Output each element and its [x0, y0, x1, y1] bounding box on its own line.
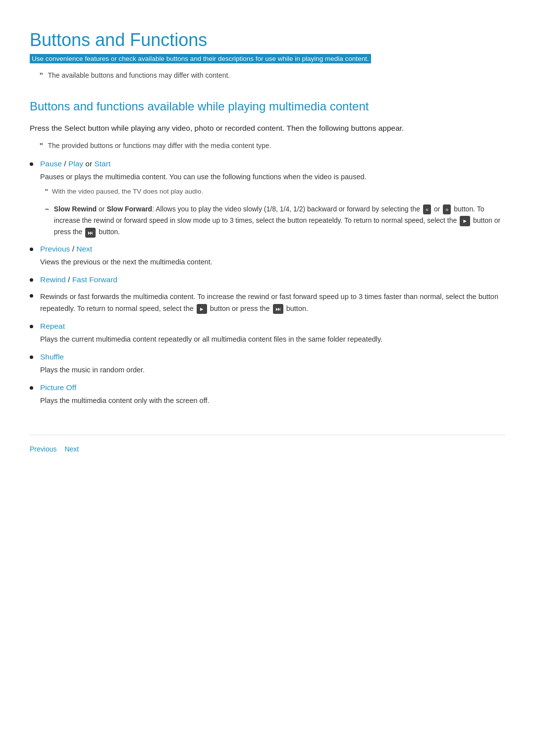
- previous-link[interactable]: Previous: [40, 245, 70, 253]
- next-link[interactable]: Next: [76, 245, 92, 253]
- page-title: Buttons and Functions: [30, 30, 505, 50]
- pause-desc: Pauses or plays the multimedia content. …: [40, 171, 505, 183]
- shuffle-link[interactable]: Shuffle: [40, 353, 64, 361]
- play-icon-2: ►: [197, 304, 207, 314]
- list-item-rewind-desc: Rewinds or fast forwards the multimedia …: [30, 291, 505, 318]
- play-icon: ►: [460, 216, 470, 226]
- picture-off-desc: Plays the multimedia content only with t…: [40, 395, 505, 407]
- slow-rewind-item: – Slow Rewind or Slow Forward: Allows yo…: [45, 203, 505, 238]
- next-button[interactable]: Next: [64, 443, 79, 455]
- list-item-picture-off: Picture Off Plays the multimedia content…: [30, 383, 505, 410]
- item-label-shuffle: Shuffle: [40, 353, 505, 361]
- fast-forward-icon: »: [443, 204, 451, 214]
- list-item-shuffle: Shuffle Plays the music in random order.: [30, 353, 505, 379]
- list-item-repeat: Repeat Plays the current multimedia cont…: [30, 322, 505, 349]
- item-label-rewind: Rewind / Fast Forward: [40, 275, 505, 284]
- pause-sub-note: " With the video paused, the TV does not…: [45, 186, 505, 199]
- rewind-desc: Rewinds or fast forwards the multimedia …: [40, 291, 505, 315]
- previous-button[interactable]: Previous: [30, 443, 56, 455]
- shuffle-desc: Plays the music in random order.: [40, 364, 505, 376]
- list-item-previous-next: Previous / Next Views the previous or th…: [30, 245, 505, 271]
- bullet-dot: [30, 162, 33, 166]
- repeat-desc: Plays the current multimedia content rep…: [40, 334, 505, 346]
- bullet-dot: [30, 386, 33, 390]
- pause-link[interactable]: Pause: [40, 159, 62, 168]
- bullet-dot: [30, 248, 33, 251]
- section-note: " The provided buttons or functions may …: [40, 142, 505, 152]
- play-link[interactable]: Play: [68, 159, 83, 168]
- bullet-dot: [30, 278, 33, 282]
- subtitle: Use convenience features or check availa…: [30, 53, 505, 64]
- previous-next-desc: Views the previous or the next the multi…: [40, 256, 505, 268]
- fastforward-link[interactable]: Fast Forward: [72, 275, 117, 284]
- start-link[interactable]: Start: [94, 159, 110, 168]
- nav-bar: Previous Next: [30, 435, 505, 455]
- bullet-dot: [30, 294, 33, 298]
- bullet-dot: [30, 325, 33, 328]
- section-title: Buttons and functions available while pl…: [30, 100, 505, 113]
- repeat-link[interactable]: Repeat: [40, 322, 65, 330]
- bullet-dot: [30, 355, 33, 359]
- item-label-previous-next: Previous / Next: [40, 245, 505, 253]
- item-label-picture-off: Picture Off: [40, 383, 505, 392]
- item-label-pause: Pause / Play or Start: [40, 159, 505, 168]
- item-label-repeat: Repeat: [40, 322, 505, 331]
- list-item-pause-play-start: Pause / Play or Start Pauses or plays th…: [30, 159, 505, 241]
- intro-text: Press the Select button while playing an…: [30, 122, 505, 135]
- picture-off-link[interactable]: Picture Off: [40, 383, 76, 392]
- rewind-link[interactable]: Rewind: [40, 275, 66, 284]
- header-note: " The available buttons and functions ma…: [40, 71, 505, 82]
- next-track-icon-2: ⏭: [273, 304, 283, 314]
- rewind-icon: «: [423, 204, 431, 214]
- list-item-rewind-fastforward: Rewind / Fast Forward: [30, 275, 505, 287]
- feature-list: Pause / Play or Start Pauses or plays th…: [30, 159, 505, 410]
- next-track-icon: ⏭: [85, 228, 96, 238]
